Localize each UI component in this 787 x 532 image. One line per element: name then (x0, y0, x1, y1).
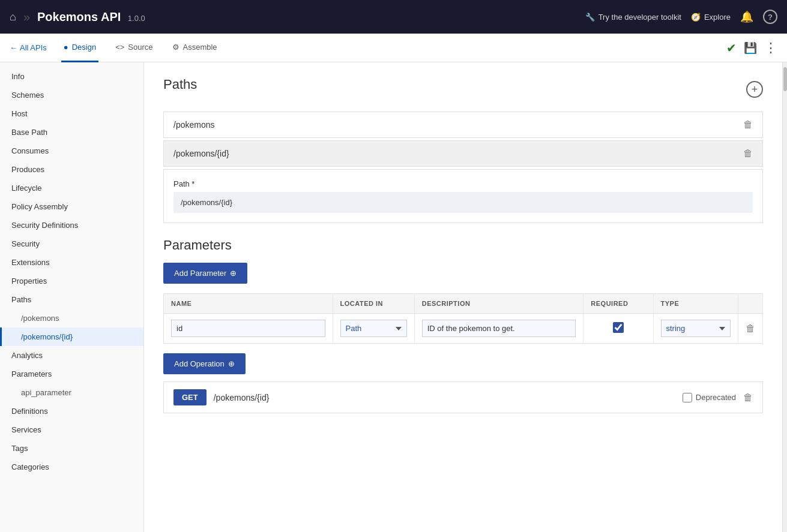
sidebar-label-policy-assembly: Policy Assembly (11, 202, 68, 211)
add-parameter-label: Add Parameter (174, 269, 226, 278)
sidebar-label-categories: Categories (11, 462, 49, 471)
sidebar-item-consumes[interactable]: Consumes (0, 142, 143, 160)
col-header-actions (738, 294, 763, 314)
sidebar-item-security[interactable]: Security (0, 235, 143, 253)
path-label-pokemons: /pokemons (173, 120, 743, 130)
sub-navigation: ← All APIs ● Design <> Source ⚙ Assemble… (0, 34, 787, 62)
sidebar-item-categories[interactable]: Categories (0, 458, 143, 476)
parameters-section: Parameters Add Parameter ⊕ NAME LOCATED … (163, 238, 763, 344)
sidebar-item-security-definitions[interactable]: Security Definitions (0, 216, 143, 235)
sidebar-item-base-path[interactable]: Base Path (0, 123, 143, 142)
param-row-id: Path Query Header Body Form (164, 314, 763, 344)
delete-path-pokemons-id-button[interactable]: 🗑 (743, 148, 753, 159)
deprecated-label: Deprecated (696, 393, 736, 402)
wrench-icon: 🔧 (585, 13, 595, 22)
path-row-pokemons[interactable]: /pokemons 🗑 (163, 112, 763, 138)
source-tab-icon: <> (115, 43, 124, 52)
sidebar-item-produces[interactable]: Produces (0, 160, 143, 179)
deprecated-checkbox[interactable] (683, 393, 692, 402)
add-parameter-button[interactable]: Add Parameter ⊕ (163, 263, 247, 284)
app-title: Pokemons API 1.0.0 (37, 10, 580, 24)
sidebar-label-host: Host (11, 109, 28, 118)
sidebar-item-pokemons-id[interactable]: /pokemons/{id} (0, 327, 143, 346)
param-delete-cell: 🗑 (738, 314, 763, 344)
paths-section-header: Paths + (163, 77, 763, 102)
sidebar-label-extensions: Extensions (11, 258, 50, 267)
param-located-in-select[interactable]: Path Query Header Body Form (340, 320, 407, 337)
back-arrow-icon: ← (10, 43, 17, 52)
tab-source[interactable]: <> Source (113, 34, 155, 62)
sidebar-item-schemes[interactable]: Schemes (0, 86, 143, 104)
add-operation-icon: ⊕ (228, 359, 235, 368)
sidebar-item-parameters[interactable]: Parameters (0, 365, 143, 383)
param-name-cell (164, 314, 333, 344)
sidebar-label-definitions: Definitions (11, 407, 48, 416)
sidebar-item-analytics[interactable]: Analytics (0, 346, 143, 365)
sidebar-item-api-parameter[interactable]: api_parameter (0, 383, 143, 402)
design-tab-label: Design (72, 43, 96, 52)
tab-assemble[interactable]: ⚙ Assemble (170, 34, 220, 62)
sidebar-label-paths: Paths (11, 295, 31, 304)
sidebar-label-security-definitions: Security Definitions (11, 221, 78, 230)
toolkit-link[interactable]: 🔧 Try the developer toolkit (585, 13, 681, 22)
tab-design[interactable]: ● Design (61, 34, 98, 62)
col-header-required: REQUIRED (583, 294, 653, 314)
home-icon[interactable]: ⌂ (10, 11, 16, 23)
sidebar-label-consumes: Consumes (11, 146, 49, 155)
sidebar-label-services: Services (11, 425, 41, 434)
sidebar-label-api-parameter: api_parameter (21, 388, 71, 397)
add-operation-button[interactable]: Add Operation ⊕ (163, 353, 246, 374)
param-required-cell (583, 314, 653, 344)
delete-param-button[interactable]: 🗑 (746, 323, 755, 334)
assemble-tab-label: Assemble (183, 43, 217, 52)
param-required-checkbox[interactable] (613, 322, 624, 333)
add-path-button[interactable]: + (746, 81, 763, 98)
compass-icon: 🧭 (691, 13, 701, 22)
operation-row-get[interactable]: GET /pokemons/{id} Deprecated 🗑 (163, 381, 763, 413)
sidebar-item-paths[interactable]: Paths (0, 290, 143, 309)
sidebar-item-lifecycle[interactable]: Lifecycle (0, 179, 143, 197)
param-type-select[interactable]: string integer boolean array object (661, 320, 731, 337)
sidebar-item-extensions[interactable]: Extensions (0, 253, 143, 272)
path-label-pokemons-id: /pokemons/{id} (173, 149, 743, 158)
sidebar-label-analytics: Analytics (11, 351, 43, 360)
path-row-pokemons-id[interactable]: /pokemons/{id} 🗑 (163, 140, 763, 167)
main-content: Paths + /pokemons 🗑 /pokemons/{id} 🗑 Pat… (144, 62, 782, 532)
sidebar-item-properties[interactable]: Properties (0, 272, 143, 290)
col-header-name: NAME (164, 294, 333, 314)
more-options-icon[interactable]: ⋮ (764, 40, 777, 56)
delete-path-pokemons-button[interactable]: 🗑 (743, 119, 753, 130)
sidebar-item-info[interactable]: Info (0, 67, 143, 86)
back-label: All APIs (20, 43, 47, 52)
save-icon[interactable]: 💾 (744, 41, 757, 55)
sidebar-label-produces: Produces (11, 165, 44, 174)
sidebar-label-pokemons-id: /pokemons/{id} (21, 332, 73, 341)
method-badge-get: GET (173, 389, 207, 405)
sidebar-item-policy-assembly[interactable]: Policy Assembly (0, 197, 143, 216)
question-icon[interactable]: ? (763, 10, 777, 24)
app-name: Pokemons API (37, 10, 121, 23)
scrollbar-thumb[interactable] (783, 67, 787, 91)
sidebar-item-definitions[interactable]: Definitions (0, 402, 143, 420)
sidebar-item-pokemons[interactable]: /pokemons (0, 309, 143, 327)
sidebar-label-info: Info (11, 72, 25, 81)
explore-link[interactable]: 🧭 Explore (691, 13, 731, 22)
assemble-tab-icon: ⚙ (172, 43, 179, 52)
operation-path-label: /pokemons/{id} (214, 393, 675, 402)
sidebar-label-schemes: Schemes (11, 91, 44, 100)
back-to-all-apis[interactable]: ← All APIs (10, 43, 47, 52)
source-tab-label: Source (128, 43, 152, 52)
scrollbar-track[interactable] (782, 62, 787, 532)
param-description-input[interactable] (422, 320, 576, 337)
nav-divider-icon: » (23, 10, 30, 24)
bell-icon[interactable]: 🔔 (740, 10, 753, 23)
parameters-table: NAME LOCATED IN DESCRIPTION REQUIRED TYP… (163, 293, 763, 344)
params-table-body: Path Query Header Body Form (164, 314, 763, 344)
sidebar-item-tags[interactable]: Tags (0, 439, 143, 458)
path-detail-section: Path * /pokemons/{id} (163, 169, 763, 223)
sidebar-item-host[interactable]: Host (0, 104, 143, 123)
sidebar-item-services[interactable]: Services (0, 420, 143, 439)
path-field-value: /pokemons/{id} (173, 192, 753, 213)
delete-operation-button[interactable]: 🗑 (743, 392, 753, 403)
param-name-input[interactable] (171, 320, 325, 337)
